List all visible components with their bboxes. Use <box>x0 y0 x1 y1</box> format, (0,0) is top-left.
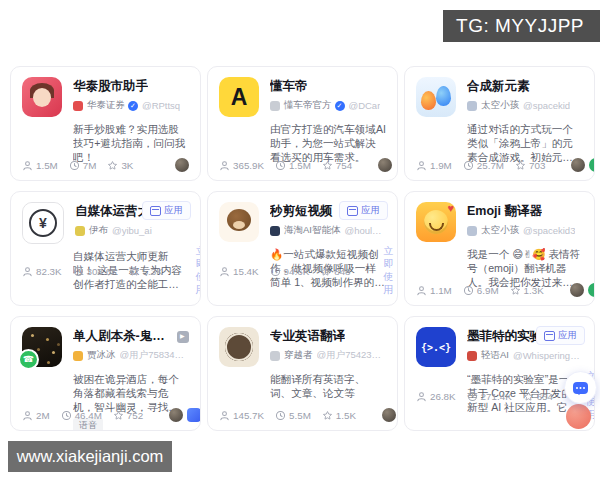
card-heading: 华泰股市助手 华泰证券 @RPttsq <box>73 77 180 117</box>
card-heading: 专业英语翻译 穿越者 @用户7542300539251 <box>270 327 386 367</box>
bot-avatar-glyph: {>.<} <box>421 342 451 353</box>
usage-count: 46.4M <box>75 410 102 421</box>
app-badge-label: 应用 <box>361 204 380 217</box>
favorites-stat: 654 <box>523 391 553 402</box>
avatar-dark-icon <box>169 408 183 422</box>
users-icon <box>219 266 230 277</box>
users-stat: 15.4K <box>219 266 259 277</box>
author-avatar <box>270 101 280 111</box>
bot-title: Emoji 翻译器 <box>467 203 542 220</box>
bot-card[interactable]: 专业英语翻译 穿越者 @用户7542300539251 能翻译所有英语字、词、文… <box>207 316 398 431</box>
bot-title: 懂车帝 <box>270 78 308 95</box>
chat-float-button[interactable] <box>564 371 597 404</box>
users-icon <box>22 266 33 277</box>
favorites-stat: 3K <box>107 160 133 171</box>
users-stat: 1.5M <box>22 160 58 171</box>
phone-overlay-icon <box>18 349 39 370</box>
avatar-dark-icon <box>570 283 584 297</box>
users-stat: 1.1M <box>416 285 452 296</box>
author-row: 轻语AI @WhisperingRain <box>467 349 583 362</box>
usage-stat: 6.9M <box>463 285 499 296</box>
app-badge-icon <box>544 331 555 341</box>
author-name: 伊布 <box>89 224 108 237</box>
pink-float-button[interactable] <box>566 404 591 429</box>
card-header: 专业英语翻译 穿越者 @用户7542300539251 <box>219 327 386 367</box>
card-heading: Emoji 翻译器 太空小孩 @spacekid3 <box>467 202 575 242</box>
star-icon <box>107 160 118 171</box>
usage-stat: 46.4M <box>61 410 102 421</box>
bot-title: 华泰股市助手 <box>73 78 148 95</box>
usage-stat: 25.7M <box>463 160 504 171</box>
stats-row: 1.5M 7M 3K <box>22 158 189 172</box>
author-name: 华泰证券 <box>87 99 125 112</box>
usage-count: 6.9M <box>477 285 499 296</box>
use-now-button[interactable]: 立即使用 <box>196 245 201 297</box>
author-name: 海淘AI智能体 <box>284 224 340 237</box>
usage-icon <box>275 410 286 421</box>
star-icon <box>322 410 333 421</box>
users-icon <box>219 160 230 171</box>
usage-count: 25.7M <box>477 160 504 171</box>
card-heading: 单人剧本杀-鬼魅酒店 贾冰冰 @用户7583428189081 <box>73 327 189 367</box>
author-name: 贾冰冰 <box>87 349 116 362</box>
author-name: 懂车帝官方 <box>284 99 332 112</box>
users-stat: 365.9K <box>219 160 264 171</box>
bot-card[interactable]: 应用 秒剪短视频 海淘AI智能体 @houlMar � <box>207 191 398 306</box>
bot-card[interactable]: 单人剧本杀-鬼魅酒店 贾冰冰 @用户7583428189081 被困在诡异酒店，… <box>10 316 201 431</box>
star-icon <box>113 410 124 421</box>
stats-row: 82.3K 308.6K 5.3K 立即使用 <box>22 245 189 297</box>
star-icon <box>320 266 331 277</box>
author-name: 太空小孩 <box>481 99 519 112</box>
usage-stat: 271.4K <box>467 391 512 402</box>
bot-avatar <box>219 327 259 367</box>
favorites-stat: 1.3K <box>510 285 544 296</box>
bot-card[interactable]: A 懂车帝 懂车帝官方 @DCar 由官方打造的汽车领域AI助手，为您一站式解决… <box>207 66 398 181</box>
users-count: 1.1M <box>430 285 452 296</box>
bot-avatar-glyph: A <box>231 84 248 111</box>
corner-icons <box>374 158 392 172</box>
favorites-count: 5.3K <box>143 266 163 277</box>
users-count: 15.4K <box>233 266 259 277</box>
usage-icon <box>61 410 72 421</box>
favorites-count: 754 <box>336 160 352 171</box>
bot-card[interactable]: 华泰股市助手 华泰证券 @RPttsq 新手炒股难？实用选股技巧+避坑指南，问问… <box>10 66 201 181</box>
stats-row: 15.4K 94.6K 848 立即使用 <box>219 245 386 297</box>
users-icon <box>416 391 427 402</box>
users-stat: 82.3K <box>22 266 62 277</box>
bot-title: 单人剧本杀-鬼魅酒店 <box>73 328 173 345</box>
usage-count: 271.4K <box>481 391 512 402</box>
bot-avatar-art <box>22 77 62 117</box>
favorites-count: 752 <box>127 410 143 421</box>
bot-avatar <box>416 202 456 242</box>
author-row: 华泰证券 @RPttsq <box>73 99 180 112</box>
bot-title: 合成新元素 <box>467 78 530 95</box>
author-avatar <box>73 101 83 111</box>
favorites-stat: 1.5K <box>322 410 356 421</box>
bot-avatar-art <box>416 77 456 117</box>
users-icon <box>416 285 427 296</box>
users-icon <box>22 410 33 421</box>
author-row: 太空小孩 @spacekid3 <box>467 224 575 237</box>
star-icon <box>322 160 333 171</box>
users-count: 82.3K <box>36 266 62 277</box>
author-avatar <box>270 226 280 236</box>
bot-card[interactable]: 合成新元素 太空小孩 @spacekid 通过对话的方式玩一个类似「涂鸦上帝」的… <box>404 66 595 181</box>
author-row: 伊布 @yibu_ai <box>75 224 178 237</box>
card-heading: 合成新元素 太空小孩 @spacekid <box>467 77 570 117</box>
use-now-button[interactable]: 立即使用 <box>384 245 394 297</box>
usage-icon <box>463 285 474 296</box>
corner-icons <box>567 158 595 172</box>
author-name: 太空小孩 <box>481 224 519 237</box>
author-handle: @yibu_ai <box>112 225 152 236</box>
bot-avatar-art <box>219 327 259 367</box>
verified-icon <box>335 101 345 111</box>
stats-row: 1.1M 6.9M 1.3K <box>416 283 583 297</box>
usage-count: 5.5M <box>289 410 311 421</box>
favorites-stat: 703 <box>515 160 545 171</box>
users-icon <box>219 410 230 421</box>
bot-avatar <box>219 202 259 242</box>
usage-count: 1.5M <box>289 160 311 171</box>
bot-card[interactable]: Emoji 翻译器 太空小孩 @spacekid3 我是一个 😄✌🥰 表情符号（… <box>404 191 595 306</box>
star-icon <box>129 266 140 277</box>
bot-card[interactable]: 应用 ¥ 自媒体运营大师V2 伊布 @yibu_ai 自 <box>10 191 201 306</box>
